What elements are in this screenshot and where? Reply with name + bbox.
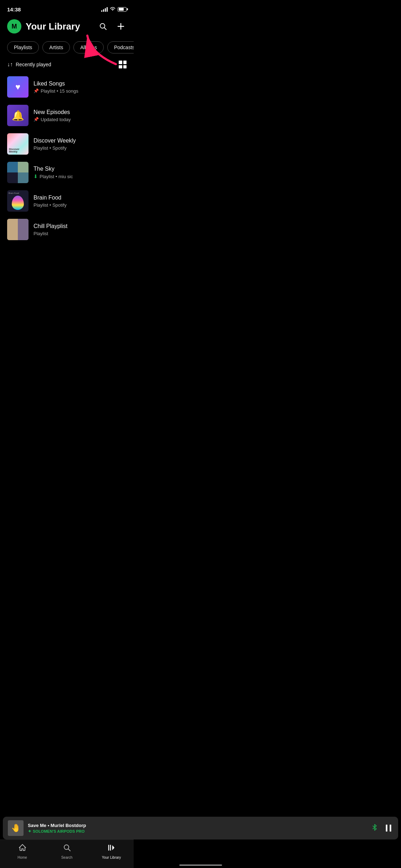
item-meta: ⬇ Playlist • miu sic (34, 174, 127, 179)
list-item[interactable]: The Sky ⬇ Playlist • miu sic (7, 158, 127, 187)
sort-control[interactable]: ↓↑ Recently played (7, 61, 51, 68)
sort-label: Recently played (16, 62, 51, 67)
bell-icon: 🔔 (12, 110, 24, 122)
svg-line-1 (104, 28, 107, 30)
item-meta: 📌 Playlist • 15 songs (34, 88, 127, 94)
download-icon: ⬇ (34, 174, 38, 179)
item-info: Liked Songs 📌 Playlist • 15 songs (34, 81, 127, 94)
item-thumbnail-liked-songs: ♥ (7, 76, 29, 98)
sort-arrows-icon: ↓↑ (7, 61, 13, 68)
item-name: Discover Weekly (34, 138, 127, 144)
header-actions (97, 21, 127, 32)
item-type: Playlist • miu sic (40, 174, 73, 179)
item-meta: Playlist (34, 231, 127, 236)
list-item[interactable]: ♥ Liked Songs 📌 Playlist • 15 songs (7, 73, 127, 101)
chip-albums[interactable]: Albums (73, 41, 104, 53)
item-thumbnail-brain-food: Brain Food (7, 190, 29, 212)
item-type: Playlist • Spotify (34, 202, 67, 208)
brain-food-figure (12, 196, 24, 210)
wifi-icon (110, 7, 115, 12)
item-meta: 📌 Updated today (34, 117, 127, 122)
pin-icon: 📌 (34, 117, 39, 122)
battery-icon (118, 7, 127, 12)
item-thumbnail-chill (7, 219, 29, 240)
status-bar: 14:38 (0, 0, 134, 16)
signal-icon (101, 7, 108, 12)
item-meta: Playlist • Spotify (34, 145, 127, 151)
item-info: Chill Playplist Playlist (34, 223, 127, 236)
item-info: The Sky ⬇ Playlist • miu sic (34, 166, 127, 179)
chip-artists[interactable]: Artists (42, 41, 70, 53)
chip-podcasts[interactable]: Podcasts & Shows (107, 41, 134, 53)
page-title: Your Library (26, 21, 97, 32)
library-list: ♥ Liked Songs 📌 Playlist • 15 songs 🔔 Ne… (0, 73, 134, 244)
item-info: Brain Food Playlist • Spotify (34, 195, 127, 208)
item-name: Chill Playplist (34, 223, 127, 229)
item-info: Discover Weekly Playlist • Spotify (34, 138, 127, 151)
item-type: Updated today (41, 117, 71, 122)
sort-row: ↓↑ Recently played (0, 59, 134, 73)
search-button[interactable] (97, 21, 109, 32)
list-item[interactable]: Brain Food Brain Food Playlist • Spotify (7, 187, 127, 215)
item-type: Playlist • 15 songs (41, 88, 78, 94)
item-type: Playlist • Spotify (34, 145, 67, 151)
item-name: The Sky (34, 166, 127, 172)
status-icons (101, 7, 127, 12)
item-thumbnail-discover-weekly: DiscoverWeekly (7, 133, 29, 155)
grid-view-icon[interactable] (119, 61, 127, 68)
item-name: Liked Songs (34, 81, 127, 87)
status-time: 14:38 (7, 6, 21, 12)
item-meta: Playlist • Spotify (34, 202, 127, 208)
item-thumbnail-the-sky (7, 162, 29, 183)
list-item[interactable]: Chill Playplist Playlist (7, 215, 127, 244)
add-button[interactable] (115, 21, 127, 32)
filter-chips: Playlists Artists Albums Podcasts & Show… (0, 40, 134, 59)
list-item[interactable]: DiscoverWeekly Discover Weekly Playlist … (7, 130, 127, 158)
item-name: Brain Food (34, 195, 127, 201)
chip-playlists[interactable]: Playlists (7, 41, 39, 53)
pin-icon: 📌 (34, 88, 39, 93)
item-type: Playlist (34, 231, 48, 236)
avatar[interactable]: M (7, 19, 21, 33)
item-info: New Episodes 📌 Updated today (34, 109, 127, 122)
heart-icon: ♥ (15, 82, 20, 92)
item-thumbnail-new-episodes: 🔔 (7, 105, 29, 126)
item-name: New Episodes (34, 109, 127, 115)
header: M Your Library (0, 16, 134, 37)
list-item[interactable]: 🔔 New Episodes 📌 Updated today (7, 101, 127, 130)
